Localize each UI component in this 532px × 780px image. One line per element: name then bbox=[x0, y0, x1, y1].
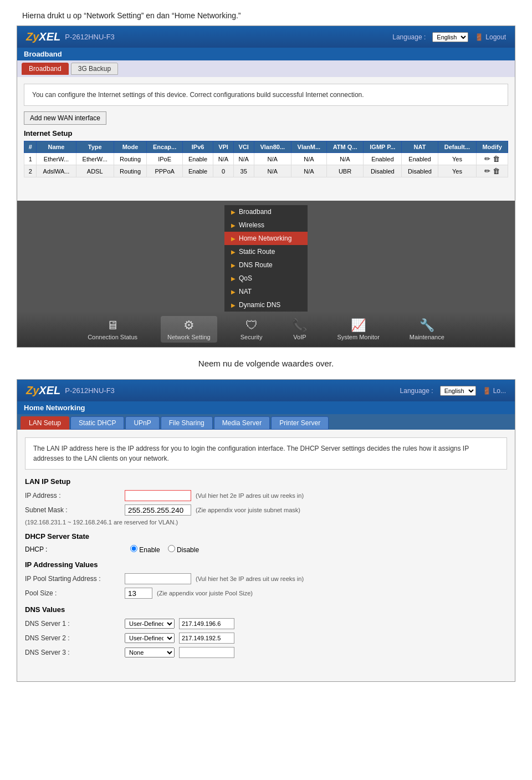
subnet-mask-row: Subnet Mask : (Zie appendix voor juiste … bbox=[25, 504, 507, 516]
dns1-type-select[interactable]: User-Defined None bbox=[125, 619, 175, 629]
router-logo-2: ZyXEL P-2612HNU-F3 bbox=[26, 384, 115, 397]
dropdown-item-dns-route[interactable]: ▶ DNS Route bbox=[224, 258, 308, 272]
ip-address-label: IP Address : bbox=[25, 492, 125, 499]
pool-start-row: IP Pool Starting Address : (Vul hier het… bbox=[25, 573, 507, 584]
subnet-mask-hint: (Zie appendix voor juiste subnet mask) bbox=[196, 507, 300, 513]
dhcp-disable-label[interactable]: Disable bbox=[168, 545, 199, 554]
dropdown-item-nat[interactable]: ▶ NAT bbox=[224, 285, 308, 298]
logout-btn-1[interactable]: 🚪 Logout bbox=[475, 33, 506, 41]
edit-icon-1[interactable]: ✏ bbox=[484, 155, 490, 163]
dns3-type-select[interactable]: None User-Defined bbox=[125, 648, 175, 657]
language-select-1[interactable]: English bbox=[432, 32, 468, 42]
delete-icon-1[interactable]: 🗑 bbox=[493, 155, 500, 163]
nav-bar-1: 🖥 Connection Status ⚙ Network Setting 🛡 … bbox=[17, 312, 515, 347]
ip-address-row: IP Address : (Vul hier het 2e IP adres u… bbox=[25, 490, 507, 501]
wan-table: # Name Type Mode Encap... IPv6 VPI VCI V… bbox=[24, 141, 508, 177]
gear-icon: ⚙ bbox=[183, 318, 195, 333]
pool-start-hint: (Vul hier het 3e IP adres uit uw reeks i… bbox=[196, 575, 304, 582]
nav-security[interactable]: 🛡 Security bbox=[234, 316, 269, 343]
hn-tabs-row: LAN Setup Static DHCP UPnP File Sharing … bbox=[17, 414, 515, 430]
dns2-type-select[interactable]: User-Defined None bbox=[125, 633, 175, 643]
monitor-icon: 🖥 bbox=[106, 318, 119, 333]
dhcp-title: DHCP Server State bbox=[25, 532, 507, 541]
logo-text-2: ZyXEL bbox=[26, 384, 60, 397]
nav-maintenance[interactable]: 🔧 Maintenance bbox=[403, 316, 451, 343]
dhcp-enable-label[interactable]: Enable bbox=[130, 545, 160, 554]
col-num: # bbox=[24, 141, 37, 153]
router-frame-1: ZyXEL P-2612HNU-F3 Language : English 🚪 … bbox=[17, 26, 515, 348]
arrow-icon: ▶ bbox=[231, 222, 236, 228]
tab-lan-setup[interactable]: LAN Setup bbox=[21, 416, 69, 430]
dhcp-disable-radio[interactable] bbox=[168, 545, 175, 552]
pool-size-row: Pool Size : (Zie appendix voor juiste Po… bbox=[25, 588, 507, 599]
col-igmp: IGMP P... bbox=[364, 141, 402, 153]
dropdown-item-qos[interactable]: ▶ QoS bbox=[224, 272, 308, 285]
col-encap: Encap... bbox=[147, 141, 183, 153]
ip-address-input[interactable] bbox=[125, 490, 191, 501]
tab-upnp[interactable]: UPnP bbox=[125, 416, 159, 430]
nav-system-monitor[interactable]: 📈 System Monitor bbox=[330, 316, 386, 343]
edit-icon-2[interactable]: ✏ bbox=[484, 167, 490, 175]
dns3-value: None User-Defined bbox=[125, 647, 234, 658]
logout-btn-2[interactable]: 🚪 Lo... bbox=[483, 387, 506, 395]
pool-start-input[interactable] bbox=[125, 573, 191, 584]
dns3-input[interactable] bbox=[179, 647, 234, 658]
dropdown-item-wireless[interactable]: ▶ Wireless bbox=[224, 218, 308, 232]
pool-size-label: Pool Size : bbox=[25, 589, 125, 597]
add-wan-btn[interactable]: Add new WAN interface bbox=[24, 111, 106, 125]
dropdown-item-broadband[interactable]: ▶ Broadband bbox=[224, 205, 308, 218]
nav-voip[interactable]: 📞 VoIP bbox=[285, 316, 314, 343]
table-row: 1 EtherW... EtherW... Routing IPoE Enabl… bbox=[24, 153, 508, 165]
subnet-mask-input[interactable] bbox=[125, 504, 191, 516]
dns1-input[interactable] bbox=[179, 618, 234, 629]
router-logo-1: ZyXEL P-2612HNU-F3 bbox=[26, 30, 115, 43]
dhcp-enable-radio[interactable] bbox=[130, 545, 137, 552]
col-vlanm: VlanM... bbox=[291, 141, 326, 153]
dns1-value: User-Defined None bbox=[125, 618, 234, 629]
lan-ip-setup-title: LAN IP Setup bbox=[25, 477, 507, 486]
tab-media-server[interactable]: Media Server bbox=[214, 416, 270, 430]
col-atmq: ATM Q... bbox=[326, 141, 363, 153]
dropdown-item-dynamic-dns[interactable]: ▶ Dynamic DNS bbox=[224, 298, 308, 312]
ip-addressing-section: IP Addressing Values IP Pool Starting Ad… bbox=[25, 560, 507, 599]
chart-icon: 📈 bbox=[351, 318, 366, 333]
tab-printer-server[interactable]: Printer Server bbox=[271, 416, 329, 430]
language-select-2[interactable]: English bbox=[440, 386, 476, 396]
dns2-value: User-Defined None bbox=[125, 633, 234, 644]
tab-static-dhcp[interactable]: Static DHCP bbox=[70, 416, 124, 430]
dns1-label: DNS Server 1 : bbox=[25, 620, 125, 628]
arrow-icon: ▶ bbox=[231, 276, 236, 282]
header-right-1: Language : English 🚪 Logout bbox=[392, 32, 506, 42]
dropdown-item-static-route[interactable]: ▶ Static Route bbox=[224, 245, 308, 258]
col-vpi: VPI bbox=[213, 141, 234, 153]
dns1-row: DNS Server 1 : User-Defined None bbox=[25, 618, 507, 629]
nav-network-setting[interactable]: ⚙ Network Setting bbox=[161, 316, 217, 343]
pool-start-label: IP Pool Starting Address : bbox=[25, 575, 125, 583]
section-header-1: Broadband bbox=[17, 48, 515, 60]
shield-icon: 🛡 bbox=[245, 318, 258, 333]
nav-connection-status[interactable]: 🖥 Connection Status bbox=[81, 316, 144, 343]
dropdown-item-home-networking[interactable]: ▶ Home Networking bbox=[224, 232, 308, 245]
language-label-1: Language : bbox=[392, 33, 426, 41]
tab-3g-backup[interactable]: 3G Backup bbox=[71, 63, 118, 75]
col-default: Default... bbox=[438, 141, 477, 153]
hn-content: The LAN IP address here is the IP addres… bbox=[17, 430, 515, 681]
delete-icon-2[interactable]: 🗑 bbox=[493, 167, 500, 175]
tab-file-sharing[interactable]: File Sharing bbox=[161, 416, 213, 430]
intro-text-1: Hierna drukt u op “Network Setting” en d… bbox=[0, 0, 532, 26]
dropdown-overlay: ▶ Broadband ▶ Wireless ▶ Home Networking… bbox=[17, 201, 515, 312]
vlan-note: (192.168.231.1 ~ 192.168.246.1 are reser… bbox=[25, 519, 507, 526]
info-box-1: You can configure the Internet settings … bbox=[24, 84, 508, 106]
subnet-mask-label: Subnet Mask : bbox=[25, 506, 125, 514]
pool-size-input[interactable] bbox=[125, 588, 152, 599]
arrow-icon: ▶ bbox=[231, 209, 236, 215]
arrow-icon: ▶ bbox=[231, 236, 236, 242]
dns2-input[interactable] bbox=[179, 633, 234, 644]
pool-start-value: (Vul hier het 3e IP adres uit uw reeks i… bbox=[125, 573, 304, 584]
dhcp-row: DHCP : Enable Disable bbox=[25, 545, 507, 554]
col-ipv6: IPv6 bbox=[182, 141, 213, 153]
tab-broadband[interactable]: Broadband bbox=[22, 63, 69, 75]
dropdown-menu: ▶ Broadband ▶ Wireless ▶ Home Networking… bbox=[224, 205, 308, 312]
col-mode: Mode bbox=[114, 141, 147, 153]
ip-address-hint: (Vul hier het 2e IP adres uit uw reeks i… bbox=[196, 492, 304, 499]
